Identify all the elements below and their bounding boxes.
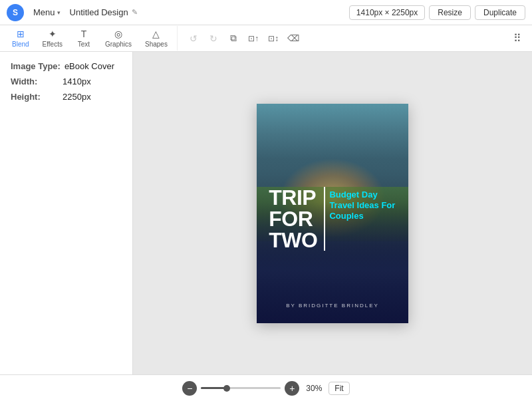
resize-button[interactable]: Resize: [429, 5, 471, 20]
tool-effects[interactable]: ✦ Effects: [36, 26, 69, 51]
height-label: Height:: [11, 92, 59, 102]
tool-group: ⊞ Blend ✦ Effects T Text ◎ Graphics △ Sh…: [5, 26, 178, 51]
top-bar: S Menu ▾ Untitled Design ✎ 1410px × 2250…: [0, 0, 532, 25]
shapes-label: Shapes: [145, 41, 168, 48]
image-type-value: eBook Cover: [65, 61, 114, 71]
duplicate-button[interactable]: Duplicate: [475, 5, 525, 20]
graphics-icon: ◎: [114, 29, 122, 39]
delete-button[interactable]: ⌫: [284, 29, 303, 48]
design-title: Untitled Design: [70, 7, 128, 17]
graphics-label: Graphics: [105, 41, 132, 48]
dimensions-display: 1410px × 2250px: [349, 5, 425, 20]
title-divider: [324, 187, 325, 251]
text-label: Text: [78, 41, 90, 48]
title-line3: TWO: [269, 229, 317, 251]
canvas-area: TRIP FOR TWO Budget Day Travel Ideas For…: [133, 52, 532, 374]
cover-title-area: TRIP FOR TWO Budget Day Travel Ideas For…: [269, 187, 400, 251]
edit-title-icon[interactable]: ✎: [132, 8, 138, 17]
zoom-value: 30%: [303, 384, 325, 393]
main-content: Image Type: eBook Cover Width: 1410px He…: [0, 52, 532, 374]
width-value: 1410px: [63, 76, 91, 86]
action-group: ↺ ↻ ⧉ ⊡↑ ⊡↕ ⌫: [180, 29, 307, 48]
prop-row-type: Image Type: eBook Cover: [11, 61, 122, 71]
zoom-in-button[interactable]: +: [285, 381, 299, 396]
design-canvas[interactable]: TRIP FOR TWO Budget Day Travel Ideas For…: [257, 104, 408, 323]
prop-row-height: Height: 2250px: [11, 92, 122, 102]
align-top-button[interactable]: ⊡↑: [244, 29, 263, 48]
cover-author: BY BRIDGITTE BRINDLEY: [257, 303, 408, 309]
zoom-slider-thumb: [223, 385, 230, 392]
effects-label: Effects: [43, 41, 63, 48]
blend-label: Blend: [12, 41, 29, 48]
height-value: 2250px: [63, 92, 91, 102]
cover-title-main: TRIP FOR TWO: [269, 187, 317, 251]
undo-button[interactable]: ↺: [184, 29, 203, 48]
zoom-slider[interactable]: [201, 387, 281, 389]
text-icon: T: [81, 29, 87, 39]
redo-button[interactable]: ↻: [204, 29, 223, 48]
effects-icon: ✦: [49, 29, 57, 39]
prop-row-width: Width: 1410px: [11, 76, 122, 86]
zoom-bar: − + 30% Fit: [0, 374, 532, 401]
tool-shapes[interactable]: △ Shapes: [138, 26, 174, 51]
copy-button[interactable]: ⧉: [224, 29, 243, 48]
zoom-slider-track: [201, 387, 225, 389]
width-label: Width:: [11, 76, 59, 86]
grid-view-button[interactable]: ⠿: [508, 29, 527, 48]
dimensions-area: 1410px × 2250px Resize Duplicate: [349, 5, 525, 20]
image-type-label: Image Type:: [11, 61, 61, 71]
tool-blend[interactable]: ⊞ Blend: [5, 26, 36, 51]
menu-button[interactable]: Menu ▾: [29, 5, 65, 19]
shapes-icon: △: [152, 29, 160, 39]
title-line1: TRIP: [269, 187, 317, 208]
tool-text[interactable]: T Text: [69, 26, 98, 51]
toolbar-row: ⊞ Blend ✦ Effects T Text ◎ Graphics △ Sh…: [0, 25, 532, 52]
left-panel: Image Type: eBook Cover Width: 1410px He…: [0, 52, 133, 374]
zoom-fit-button[interactable]: Fit: [329, 382, 349, 395]
cover-subtitle: Budget Day Travel Ideas For Couples: [329, 187, 400, 222]
title-line2: FOR: [269, 208, 317, 229]
menu-label: Menu: [33, 7, 55, 17]
menu-chevron-icon: ▾: [57, 9, 61, 16]
title-area: Untitled Design ✎: [70, 7, 344, 17]
align-center-button[interactable]: ⊡↕: [264, 29, 283, 48]
blend-icon: ⊞: [17, 29, 25, 39]
zoom-out-button[interactable]: −: [182, 381, 197, 396]
tool-graphics[interactable]: ◎ Graphics: [98, 26, 138, 51]
avatar: S: [7, 4, 24, 21]
